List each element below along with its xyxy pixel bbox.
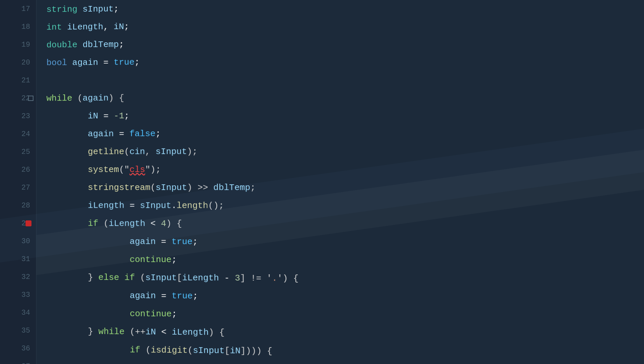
code-line-28: iLength = sInput . length (); xyxy=(46,197,644,215)
code-line-24: again = false ; xyxy=(46,123,644,143)
line-num-18: 18 xyxy=(0,18,36,36)
code-line-26: system (" cls "); xyxy=(46,160,644,179)
line-num-21: 21 xyxy=(0,71,36,89)
code-line-21 xyxy=(46,68,644,90)
line-num-37: 37 xyxy=(0,357,36,364)
code-line-25: getline ( cin , sInput ); xyxy=(46,142,644,161)
code-line-30: again = true ; xyxy=(46,232,644,252)
code-line-23: iN = -1 ; xyxy=(46,105,644,125)
line-num-19: 19 xyxy=(0,36,36,54)
line-num-35: 35 xyxy=(0,322,36,340)
line-num-25: 25 xyxy=(0,143,36,161)
line-num-26: 26 xyxy=(0,161,36,179)
line-num-29: 29 xyxy=(0,214,36,232)
fold-icon-22[interactable] xyxy=(28,96,33,101)
line-num-28: 28 xyxy=(0,197,36,214)
code-line-31: continue ; xyxy=(46,250,644,271)
line-num-17: 17 xyxy=(0,0,36,18)
line-num-24: 24 xyxy=(0,125,36,143)
line-num-31: 31 xyxy=(0,250,36,268)
code-content: string sInput ; int iLength , iN ; doubl… xyxy=(36,0,644,364)
keyword-while: while xyxy=(46,93,72,103)
code-line-27: stringstream ( sInput ) >> dblTemp ; xyxy=(46,179,644,197)
token-type-string: string xyxy=(46,4,77,15)
line-num-33: 33 xyxy=(0,286,36,304)
line-num-23: 23 xyxy=(0,107,36,125)
code-line-29: if ( iLength < 4 ) { xyxy=(46,214,644,234)
token-var-sInput: sInput xyxy=(82,4,114,14)
line-numbers-gutter: 17 18 19 20 21 22 23 24 25 26 27 28 29 3… xyxy=(0,0,36,364)
code-line-22: while ( again ) { xyxy=(46,87,644,108)
line-num-27: 27 xyxy=(0,179,36,197)
breakpoint-marker-29[interactable] xyxy=(26,220,31,226)
line-num-20: 20 xyxy=(0,54,36,71)
line-num-22: 22 xyxy=(0,89,36,107)
line-num-32: 32 xyxy=(0,268,36,286)
line-num-36: 36 xyxy=(0,340,36,357)
line-num-30: 30 xyxy=(0,232,36,250)
code-editor: 17 18 19 20 21 22 23 24 25 26 27 28 29 3… xyxy=(0,0,644,364)
line-num-34: 34 xyxy=(0,304,36,322)
code-line-20: bool again = true ; xyxy=(46,50,644,72)
